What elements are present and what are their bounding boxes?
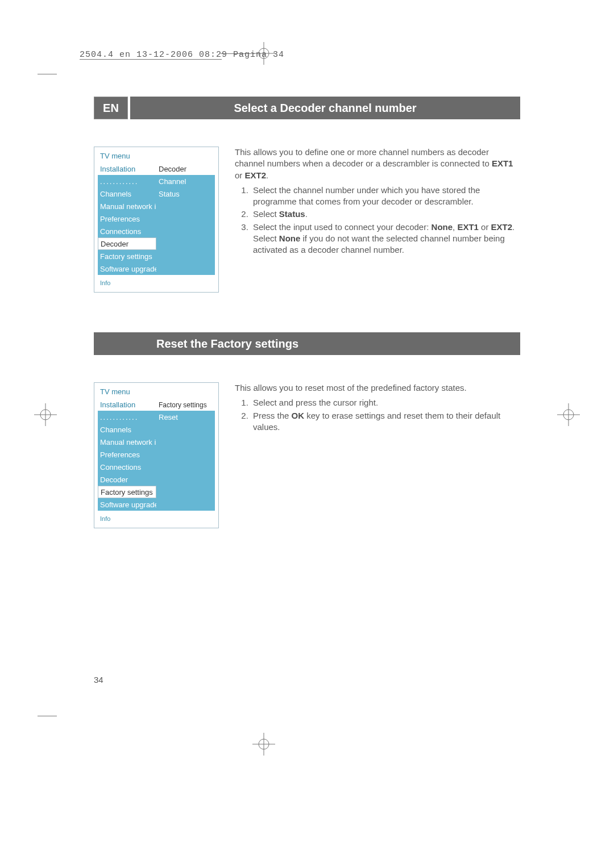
content-row-reset: TV menu Installation ............ Channe…	[94, 382, 520, 528]
tv-menu-reset: TV menu Installation ............ Channe…	[94, 382, 219, 528]
text-bold: Status	[279, 209, 305, 219]
menu-item: Installation	[98, 162, 156, 175]
section-bar-reset: Reset the Factory settings	[94, 332, 520, 355]
text-bold: EXT1	[492, 158, 513, 168]
body-text-decoder: This allows you to define one or more ch…	[235, 147, 520, 293]
crop-mark-left	[34, 403, 57, 426]
section-title-decoder: Select a Decoder channel number	[130, 97, 520, 119]
section-title-reset: Reset the Factory settings	[94, 332, 520, 355]
menu-value	[156, 498, 215, 511]
menu-value: Status	[156, 187, 215, 200]
menu-value	[156, 486, 215, 498]
text-bold: EXT2	[245, 170, 267, 180]
menu-value	[156, 200, 215, 212]
menu-value	[156, 473, 215, 486]
menu-value	[156, 436, 215, 448]
menu-item: Installation	[98, 398, 156, 411]
text: Select the input used to connect your de…	[253, 222, 432, 232]
menu-item: ............	[98, 411, 156, 423]
menu-item: Connections	[98, 461, 156, 473]
header-rule	[80, 59, 222, 60]
menu-title: TV menu	[98, 386, 215, 398]
menu-value	[156, 448, 215, 461]
intro-paragraph: This allows you to define one or more ch…	[235, 147, 520, 181]
menu-title: TV menu	[98, 151, 215, 162]
intro-paragraph: This allows you to reset most of the pre…	[235, 382, 520, 394]
text: .	[512, 222, 515, 232]
menu-value: Channel	[156, 175, 215, 187]
text-bold: EXT1	[457, 222, 479, 232]
menu-item: Factory settings	[98, 250, 156, 262]
menu-info: Info	[98, 511, 215, 522]
menu-value	[156, 250, 215, 262]
menu-item: Decoder	[98, 473, 156, 486]
instruction-list: Select and press the cursor right. Press…	[235, 397, 520, 433]
menu-item: Manual network i..	[98, 200, 156, 212]
text-bold: None	[432, 222, 453, 232]
menu-item: Software upgrade	[98, 498, 156, 511]
menu-value: Reset	[156, 411, 215, 423]
menu-info: Info	[98, 275, 215, 286]
menu-item: Manual network i..	[98, 436, 156, 448]
menu-item: Preferences	[98, 212, 156, 225]
menu-value	[156, 212, 215, 225]
menu-item-selected: Decoder	[98, 237, 156, 250]
crop-stub-left-bottom	[38, 716, 57, 716]
body-text-reset: This allows you to reset most of the pre…	[235, 382, 520, 528]
page-number: 34	[94, 675, 103, 685]
menu-item: Channels	[98, 423, 156, 436]
imprint-line: 2504.4 en 13-12-2006 08:29 Pagina 34	[80, 50, 284, 60]
text: or	[479, 222, 491, 232]
text: or	[235, 170, 245, 180]
list-item: Select the input used to connect your de…	[251, 222, 520, 256]
language-tab: EN	[94, 97, 128, 119]
menu-value	[156, 423, 215, 436]
text-bold: OK	[292, 411, 305, 420]
menu-value	[156, 237, 215, 250]
menu-value	[156, 461, 215, 473]
text: .	[266, 170, 268, 180]
text: Press the	[253, 411, 292, 420]
list-item: Press the OK key to erase settings and r…	[251, 410, 520, 433]
menu-value: Factory settings	[156, 398, 215, 411]
text: This allows you to define one or more ch…	[235, 147, 492, 168]
menu-value	[156, 225, 215, 237]
text: .	[305, 209, 308, 219]
crop-mark-bottom	[252, 733, 275, 756]
tv-menu-decoder: TV menu Installation ............ Channe…	[94, 147, 219, 293]
content-row-decoder: TV menu Installation ............ Channe…	[94, 147, 520, 293]
list-item: Select the channel number under which yo…	[251, 185, 520, 208]
crop-stub-left-top	[38, 74, 57, 74]
menu-item: Channels	[98, 187, 156, 200]
text: Select	[253, 233, 279, 243]
list-item: Select Status.	[251, 208, 520, 220]
menu-item: Preferences	[98, 448, 156, 461]
menu-value: Decoder	[156, 162, 215, 175]
crop-mark-right	[557, 403, 580, 426]
section-bar-decoder: EN Select a Decoder channel number	[94, 97, 520, 119]
text-bold: EXT2	[491, 222, 513, 232]
instruction-list: Select the channel number under which yo…	[235, 185, 520, 256]
text: Select	[253, 209, 279, 219]
text-bold: None	[279, 233, 301, 243]
menu-value	[156, 262, 215, 275]
page-content: EN Select a Decoder channel number TV me…	[94, 97, 520, 568]
list-item: Select and press the cursor right.	[251, 397, 520, 408]
menu-item: Software upgrade	[98, 262, 156, 275]
menu-item: ............	[98, 175, 156, 187]
menu-item: Connections	[98, 225, 156, 237]
menu-item-selected: Factory settings	[98, 486, 156, 498]
